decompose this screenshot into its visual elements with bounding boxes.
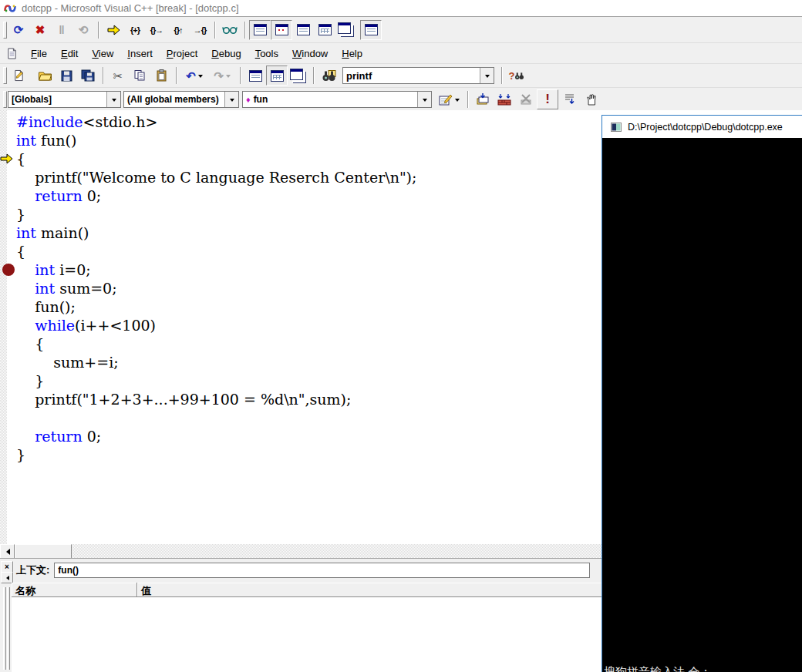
memory-window-button[interactable] — [314, 20, 335, 40]
redo-button[interactable]: ↷ — [208, 66, 236, 86]
save-button[interactable] — [56, 66, 77, 86]
find-in-files-button[interactable] — [318, 66, 339, 86]
function-combo-dropdown[interactable] — [417, 92, 431, 107]
workspace-pane-button[interactable] — [244, 66, 266, 86]
code-margin — [0, 186, 16, 205]
panel-close-button[interactable]: × — [1, 561, 13, 573]
open-file-button[interactable] — [34, 66, 56, 86]
menu-view[interactable]: View — [85, 45, 120, 62]
menu-project[interactable]: Project — [160, 45, 204, 62]
toolbar-separator — [176, 67, 177, 84]
call-stack-window-button[interactable] — [335, 20, 357, 40]
variables-window-button[interactable] — [271, 20, 292, 40]
menu-debug[interactable]: Debug — [204, 45, 248, 62]
panel-collapse-button[interactable] — [1, 572, 13, 583]
debug-toolbar: ⟳ ✖ ‖ ⟲ {+} {}→ {}↑ →{} — [0, 17, 802, 43]
step-out-button[interactable]: {}↑ — [167, 20, 189, 40]
find-combo-value[interactable]: printf — [343, 68, 480, 83]
break-execution-icon: ‖ — [59, 24, 64, 35]
variables-window-icon — [275, 24, 288, 35]
show-next-statement-button[interactable] — [103, 20, 124, 40]
hscroll-thumb[interactable] — [15, 544, 72, 558]
cut-button[interactable]: ✂ — [107, 66, 129, 86]
break-execution-button[interactable]: ‖ — [51, 20, 72, 40]
members-combo-value[interactable]: (All global members) — [124, 92, 224, 107]
members-combo-dropdown[interactable] — [224, 92, 238, 107]
compile-icon — [476, 93, 490, 106]
hscroll-left-button[interactable] — [0, 544, 15, 558]
function-diamond-icon: ♦ — [246, 95, 251, 104]
step-into-button[interactable]: {+} — [124, 20, 146, 40]
yellow-arrow-icon — [107, 25, 120, 35]
compile-button[interactable] — [472, 89, 494, 109]
build-button[interactable] — [494, 89, 515, 109]
run-to-cursor-button[interactable]: →{} — [189, 20, 211, 40]
save-all-button[interactable] — [77, 66, 99, 86]
menu-file[interactable]: File — [24, 45, 54, 62]
menu-help[interactable]: Help — [335, 45, 369, 62]
function-combo-value[interactable]: ♦fun — [243, 92, 417, 107]
quickwatch-button[interactable] — [219, 20, 241, 40]
stop-build-button[interactable] — [515, 89, 537, 109]
open-folder-icon — [38, 70, 52, 81]
code-margin — [0, 297, 16, 316]
class-combo[interactable]: [Globals] — [8, 91, 121, 108]
find-combo-dropdown[interactable] — [480, 68, 494, 83]
toolbar-grip[interactable] — [3, 91, 7, 108]
copy-button[interactable] — [129, 66, 150, 86]
code-text: printf("Welcome to C language Reserch Ce… — [16, 169, 416, 186]
members-combo[interactable]: (All global members) — [123, 91, 239, 108]
context-combo[interactable]: fun() — [54, 563, 590, 578]
class-combo-dropdown[interactable] — [106, 92, 120, 107]
context-combo-value[interactable]: fun() — [55, 563, 589, 577]
panel-grip[interactable] — [3, 587, 6, 670]
toolbar-grip[interactable] — [3, 67, 7, 84]
undo-button[interactable]: ↶ — [180, 66, 208, 86]
code-text: return 0; — [16, 428, 101, 445]
go-button[interactable] — [558, 89, 580, 109]
code-text: { — [16, 243, 25, 260]
binoculars-page-icon — [322, 70, 336, 82]
class-combo-value[interactable]: [Globals] — [8, 92, 106, 107]
execute-program-icon: ! — [545, 92, 550, 107]
name-column-header[interactable]: 名称 — [12, 583, 137, 597]
windows-button[interactable] — [288, 66, 309, 86]
new-file-button[interactable] — [8, 66, 29, 86]
restart-button[interactable]: ⟳ — [8, 20, 29, 40]
code-text: int fun() — [16, 132, 76, 149]
menu-edit[interactable]: Edit — [54, 45, 85, 62]
panel-grip[interactable] — [7, 587, 10, 670]
step-over-button[interactable]: {}→ — [146, 20, 167, 40]
title-bar: dotcpp - Microsoft Visual C++ [break] - … — [0, 0, 802, 17]
watch-window-button[interactable] — [249, 20, 271, 40]
stop-debugging-button[interactable]: ✖ — [29, 20, 51, 40]
vc6-main-window: dotcpp - Microsoft Visual C++ [break] - … — [0, 0, 802, 672]
code-text: int sum=0; — [16, 280, 117, 297]
wizard-actions-button[interactable] — [434, 89, 463, 109]
toolbar-grip[interactable] — [3, 22, 7, 39]
code-text: fun(); — [16, 298, 76, 315]
new-file-icon — [13, 69, 25, 82]
current-statement-arrow — [0, 150, 16, 168]
menu-insert[interactable]: Insert — [120, 45, 160, 62]
find-combo[interactable]: printf — [342, 67, 494, 84]
apply-code-changes-button[interactable]: ⟲ — [72, 20, 94, 40]
execute-program-button[interactable]: ! — [537, 89, 558, 109]
menu-window[interactable]: Window — [285, 45, 335, 62]
code-margin — [0, 279, 16, 297]
search-help-button[interactable]: ? — [506, 66, 527, 86]
function-combo[interactable]: ♦fun — [242, 91, 432, 108]
document-icon[interactable] — [6, 48, 18, 59]
disassembly-window-button[interactable] — [360, 20, 382, 40]
paste-button[interactable] — [150, 66, 172, 86]
toolbar-separator — [501, 67, 502, 84]
console-window[interactable]: D:\Project\dotcpp\Debug\dotcpp.exe 搜狗拼音输… — [602, 115, 802, 672]
call-stack-window-icon — [338, 22, 351, 34]
insert-remove-breakpoint-button[interactable] — [580, 89, 602, 109]
output-pane-button[interactable] — [266, 66, 288, 86]
menu-tools[interactable]: Tools — [248, 45, 285, 62]
registers-window-button[interactable] — [292, 20, 314, 40]
undo-icon: ↶ — [186, 70, 196, 82]
watch-window-icon — [254, 24, 267, 35]
console-title-bar[interactable]: D:\Project\dotcpp\Debug\dotcpp.exe — [602, 116, 802, 138]
